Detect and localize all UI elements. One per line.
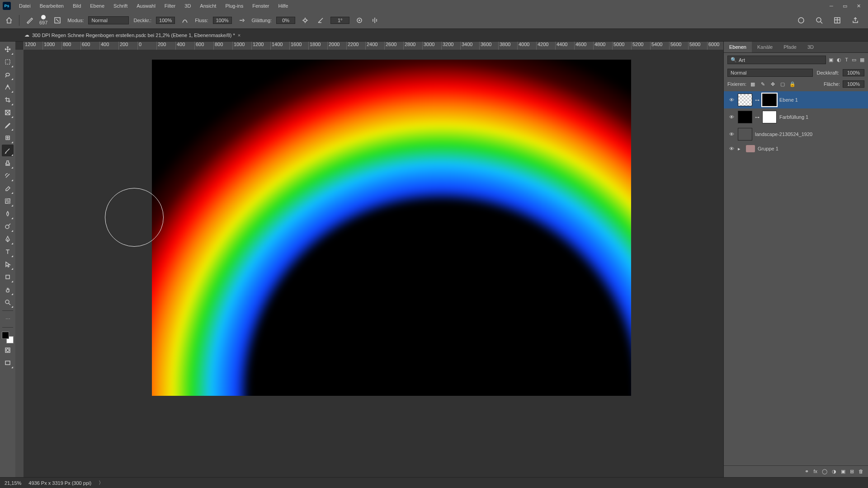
maximize-button[interactable]: ▭ — [838, 1, 852, 11]
close-window-button[interactable]: ✕ — [852, 1, 865, 11]
layer-row[interactable]: 👁landscape-2130524_1920 — [724, 126, 868, 143]
mask-link-icon[interactable]: ⊶ — [755, 115, 760, 120]
filter-type-icon[interactable]: T — [845, 57, 848, 63]
tool-preset-picker[interactable] — [24, 15, 35, 26]
marquee-tool[interactable] — [2, 56, 14, 68]
status-arrow-icon[interactable]: 〉 — [99, 479, 104, 486]
visibility-toggle[interactable]: 👁 — [728, 146, 735, 151]
menu-3d[interactable]: 3D — [180, 1, 195, 10]
blend-mode-select[interactable]: Normal — [88, 16, 129, 24]
lock-pixels-button[interactable]: ✎ — [759, 80, 766, 88]
adjustment-layer-button[interactable]: ◑ — [832, 469, 836, 474]
menu-bild[interactable]: Bild — [68, 1, 85, 10]
layer-thumbnail[interactable] — [738, 128, 752, 141]
screen-mode-button[interactable] — [2, 357, 14, 369]
blur-tool[interactable] — [2, 208, 14, 220]
lasso-tool[interactable] — [2, 69, 14, 80]
angle-input[interactable]: 1° — [330, 17, 349, 24]
layer-mask-button[interactable]: ◯ — [822, 469, 827, 474]
vertical-ruler[interactable] — [15, 50, 24, 477]
layer-style-button[interactable]: fx — [813, 469, 817, 474]
lock-all-button[interactable]: 🔒 — [789, 80, 796, 88]
panel-tab-pfade[interactable]: Pfade — [778, 42, 802, 52]
layer-fill-input[interactable]: 100% — [843, 80, 864, 88]
menu-ansicht[interactable]: Ansicht — [195, 1, 221, 10]
quick-mask-button[interactable] — [2, 344, 14, 356]
close-tab-button[interactable]: × — [238, 33, 241, 38]
layer-opacity-input[interactable]: 100% — [843, 69, 864, 76]
zoom-level[interactable]: 21,15% — [5, 480, 21, 486]
history-brush-tool[interactable] — [2, 170, 14, 182]
lock-position-button[interactable]: ✥ — [769, 80, 776, 88]
pressure-size-button[interactable] — [354, 15, 365, 26]
menu-schrift[interactable]: Schrift — [109, 1, 132, 10]
flow-input[interactable]: 100% — [213, 17, 232, 24]
filter-pixel-icon[interactable]: ▣ — [829, 57, 833, 63]
stamp-tool[interactable] — [2, 157, 14, 169]
panel-tab-kanäle[interactable]: Kanäle — [752, 42, 778, 52]
layer-row[interactable]: 👁⊶Ebene 1 — [724, 91, 868, 108]
eyedropper-tool[interactable] — [2, 119, 14, 131]
search-button[interactable] — [814, 15, 825, 26]
pressure-opacity-button[interactable] — [179, 15, 190, 26]
visibility-toggle[interactable]: 👁 — [728, 114, 735, 120]
panel-tab-3d[interactable]: 3D — [802, 42, 819, 52]
dodge-tool[interactable] — [2, 221, 14, 232]
mask-link-icon[interactable]: ⊶ — [755, 98, 760, 103]
opacity-input[interactable]: 100% — [156, 17, 175, 24]
document-tab[interactable]: ☁ 300 DPI Regen Schnee Regenbogen erstel… — [20, 30, 245, 40]
menu-fenster[interactable]: Fenster — [248, 1, 274, 10]
mask-thumbnail[interactable] — [762, 111, 777, 123]
menu-filter[interactable]: Filter — [160, 1, 180, 10]
panel-tab-ebenen[interactable]: Ebenen — [724, 42, 752, 52]
document-dimensions[interactable]: 4936 Px x 3319 Px (300 ppi) — [28, 480, 91, 486]
filter-shape-icon[interactable]: ▭ — [852, 57, 856, 63]
layer-row[interactable]: 👁▸Gruppe 1 — [724, 143, 868, 155]
layer-name[interactable]: Farbfüllung 1 — [779, 114, 864, 120]
layer-filter-select[interactable]: 🔍 Art — [727, 56, 826, 64]
layer-thumbnail[interactable] — [738, 111, 752, 123]
horizontal-ruler[interactable]: 1200100080060040020002004006008001000120… — [24, 42, 723, 50]
brush-panel-toggle[interactable] — [52, 15, 63, 26]
brush-tool[interactable] — [2, 145, 14, 156]
visibility-toggle[interactable]: 👁 — [728, 97, 735, 103]
smoothing-input[interactable]: 0% — [276, 17, 295, 24]
shape-tool[interactable] — [2, 271, 14, 283]
gradient-tool[interactable] — [2, 195, 14, 207]
color-swatches[interactable] — [2, 332, 14, 343]
foreground-color-swatch[interactable] — [2, 332, 9, 339]
menu-hilfe[interactable]: Hilfe — [274, 1, 292, 10]
cloud-docs-button[interactable] — [796, 15, 807, 26]
canvas-area[interactable] — [24, 50, 723, 477]
selection-tool[interactable] — [2, 81, 14, 93]
frame-tool[interactable] — [2, 107, 14, 118]
visibility-toggle[interactable]: 👁 — [728, 131, 735, 137]
menu-bearbeiten[interactable]: Bearbeiten — [35, 1, 68, 10]
layer-name[interactable]: landscape-2130524_1920 — [755, 131, 864, 137]
airbrush-button[interactable] — [236, 15, 247, 26]
layer-blend-mode-select[interactable]: Normal — [727, 69, 813, 77]
lock-artboard-button[interactable]: ▢ — [779, 80, 786, 88]
workspace-button[interactable] — [832, 15, 843, 26]
layer-name[interactable]: Gruppe 1 — [758, 146, 864, 151]
minimize-button[interactable]: ─ — [825, 1, 838, 10]
expand-arrow[interactable]: ▸ — [738, 146, 743, 152]
new-layer-button[interactable]: ⊞ — [850, 469, 854, 474]
symmetry-button[interactable] — [369, 15, 380, 26]
document-canvas[interactable] — [152, 60, 631, 396]
share-button[interactable] — [850, 15, 861, 26]
mask-thumbnail[interactable] — [762, 94, 777, 106]
home-button[interactable] — [4, 15, 14, 26]
crop-tool[interactable] — [2, 94, 14, 106]
filter-smart-icon[interactable]: ▦ — [860, 57, 864, 63]
menu-plug-ins[interactable]: Plug-ins — [221, 1, 248, 10]
layer-row[interactable]: 👁⊶Farbfüllung 1 — [724, 108, 868, 126]
move-tool[interactable] — [2, 43, 14, 55]
menu-auswahl[interactable]: Auswahl — [132, 1, 160, 10]
brush-preset-picker[interactable]: 697 — [39, 15, 47, 25]
link-layers-button[interactable]: ⚭ — [805, 469, 809, 474]
pen-tool[interactable] — [2, 233, 14, 245]
layer-name[interactable]: Ebene 1 — [779, 97, 864, 103]
zoom-tool[interactable] — [2, 296, 14, 308]
smoothing-options-button[interactable] — [300, 15, 311, 26]
